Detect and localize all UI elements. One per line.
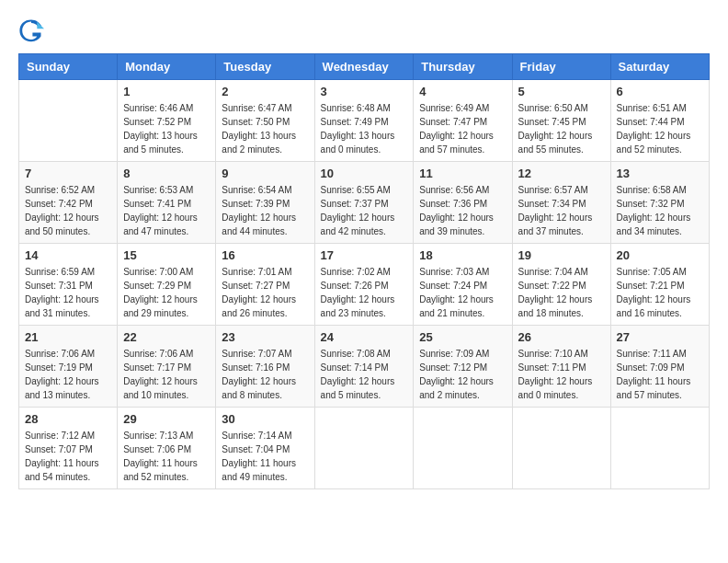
day-number: 22 <box>123 330 210 344</box>
day-info: Sunrise: 7:05 AM Sunset: 7:21 PM Dayligh… <box>617 265 703 320</box>
day-info: Sunrise: 6:49 AM Sunset: 7:47 PM Dayligh… <box>419 101 506 156</box>
day-number: 9 <box>222 167 308 180</box>
day-info: Sunrise: 7:01 AM Sunset: 7:27 PM Dayligh… <box>222 265 308 320</box>
calendar-cell: 19Sunrise: 7:04 AM Sunset: 7:22 PM Dayli… <box>512 244 610 326</box>
calendar-cell <box>314 408 414 489</box>
day-info: Sunrise: 6:59 AM Sunset: 7:31 PM Dayligh… <box>25 265 111 320</box>
day-number: 8 <box>123 167 210 180</box>
day-info: Sunrise: 7:12 AM Sunset: 7:07 PM Dayligh… <box>25 429 111 484</box>
day-info: Sunrise: 6:58 AM Sunset: 7:32 PM Dayligh… <box>617 183 703 238</box>
day-info: Sunrise: 7:09 AM Sunset: 7:12 PM Dayligh… <box>419 347 506 402</box>
day-info: Sunrise: 7:10 AM Sunset: 7:11 PM Dayligh… <box>518 347 605 402</box>
calendar-cell: 21Sunrise: 7:06 AM Sunset: 7:19 PM Dayli… <box>19 326 118 408</box>
day-info: Sunrise: 7:11 AM Sunset: 7:09 PM Dayligh… <box>617 347 703 402</box>
calendar-cell: 1Sunrise: 6:46 AM Sunset: 7:52 PM Daylig… <box>118 80 216 162</box>
calendar-cell: 26Sunrise: 7:10 AM Sunset: 7:11 PM Dayli… <box>512 326 610 408</box>
calendar-cell <box>19 80 118 162</box>
calendar-cell: 8Sunrise: 6:53 AM Sunset: 7:41 PM Daylig… <box>118 162 216 244</box>
page-header <box>18 18 710 44</box>
day-number: 4 <box>419 85 506 98</box>
calendar-cell: 14Sunrise: 6:59 AM Sunset: 7:31 PM Dayli… <box>19 244 118 326</box>
day-number: 2 <box>222 85 308 98</box>
day-number: 26 <box>518 330 605 344</box>
day-number: 1 <box>123 85 210 98</box>
calendar-cell: 29Sunrise: 7:13 AM Sunset: 7:06 PM Dayli… <box>118 408 216 489</box>
column-header-monday: Monday <box>118 54 216 80</box>
day-info: Sunrise: 7:03 AM Sunset: 7:24 PM Dayligh… <box>419 265 506 320</box>
calendar-cell: 12Sunrise: 6:57 AM Sunset: 7:34 PM Dayli… <box>512 162 610 244</box>
day-info: Sunrise: 6:56 AM Sunset: 7:36 PM Dayligh… <box>419 183 506 238</box>
calendar-table: SundayMondayTuesdayWednesdayThursdayFrid… <box>18 53 710 489</box>
calendar-cell: 7Sunrise: 6:52 AM Sunset: 7:42 PM Daylig… <box>19 162 118 244</box>
day-number: 6 <box>617 85 703 98</box>
day-info: Sunrise: 7:04 AM Sunset: 7:22 PM Dayligh… <box>518 265 605 320</box>
day-info: Sunrise: 7:13 AM Sunset: 7:06 PM Dayligh… <box>123 429 210 484</box>
calendar-cell: 2Sunrise: 6:47 AM Sunset: 7:50 PM Daylig… <box>216 80 314 162</box>
day-number: 10 <box>321 167 408 180</box>
calendar-cell: 5Sunrise: 6:50 AM Sunset: 7:45 PM Daylig… <box>512 80 610 162</box>
day-number: 28 <box>25 412 111 426</box>
logo-icon <box>18 18 44 44</box>
day-info: Sunrise: 7:06 AM Sunset: 7:17 PM Dayligh… <box>123 347 210 402</box>
day-info: Sunrise: 7:06 AM Sunset: 7:19 PM Dayligh… <box>25 347 111 402</box>
day-number: 11 <box>419 167 506 180</box>
day-info: Sunrise: 6:53 AM Sunset: 7:41 PM Dayligh… <box>123 183 210 238</box>
day-info: Sunrise: 6:52 AM Sunset: 7:42 PM Dayligh… <box>25 183 111 238</box>
day-number: 20 <box>617 248 703 262</box>
calendar-cell: 28Sunrise: 7:12 AM Sunset: 7:07 PM Dayli… <box>19 408 118 489</box>
day-info: Sunrise: 7:07 AM Sunset: 7:16 PM Dayligh… <box>222 347 308 402</box>
column-header-saturday: Saturday <box>610 54 709 80</box>
day-info: Sunrise: 6:46 AM Sunset: 7:52 PM Dayligh… <box>123 101 210 156</box>
day-info: Sunrise: 6:47 AM Sunset: 7:50 PM Dayligh… <box>222 101 308 156</box>
day-number: 23 <box>222 330 308 344</box>
calendar-week-row: 14Sunrise: 6:59 AM Sunset: 7:31 PM Dayli… <box>19 244 710 326</box>
calendar-cell: 11Sunrise: 6:56 AM Sunset: 7:36 PM Dayli… <box>414 162 512 244</box>
day-info: Sunrise: 7:00 AM Sunset: 7:29 PM Dayligh… <box>123 265 210 320</box>
calendar-cell: 18Sunrise: 7:03 AM Sunset: 7:24 PM Dayli… <box>414 244 512 326</box>
day-number: 14 <box>25 248 111 262</box>
calendar-cell: 3Sunrise: 6:48 AM Sunset: 7:49 PM Daylig… <box>314 80 414 162</box>
column-header-tuesday: Tuesday <box>216 54 314 80</box>
calendar-cell: 27Sunrise: 7:11 AM Sunset: 7:09 PM Dayli… <box>610 326 709 408</box>
calendar-cell: 9Sunrise: 6:54 AM Sunset: 7:39 PM Daylig… <box>216 162 314 244</box>
calendar-cell: 13Sunrise: 6:58 AM Sunset: 7:32 PM Dayli… <box>610 162 709 244</box>
day-number: 17 <box>321 248 408 262</box>
column-header-wednesday: Wednesday <box>314 54 414 80</box>
calendar-cell: 15Sunrise: 7:00 AM Sunset: 7:29 PM Dayli… <box>118 244 216 326</box>
day-info: Sunrise: 6:50 AM Sunset: 7:45 PM Dayligh… <box>518 101 605 156</box>
calendar-cell: 16Sunrise: 7:01 AM Sunset: 7:27 PM Dayli… <box>216 244 314 326</box>
day-info: Sunrise: 7:14 AM Sunset: 7:04 PM Dayligh… <box>222 429 308 484</box>
day-info: Sunrise: 6:48 AM Sunset: 7:49 PM Dayligh… <box>321 101 408 156</box>
day-number: 24 <box>321 330 408 344</box>
day-number: 30 <box>222 412 308 426</box>
day-info: Sunrise: 6:55 AM Sunset: 7:37 PM Dayligh… <box>321 183 408 238</box>
calendar-cell: 10Sunrise: 6:55 AM Sunset: 7:37 PM Dayli… <box>314 162 414 244</box>
calendar-cell: 22Sunrise: 7:06 AM Sunset: 7:17 PM Dayli… <box>118 326 216 408</box>
calendar-cell: 17Sunrise: 7:02 AM Sunset: 7:26 PM Dayli… <box>314 244 414 326</box>
calendar-cell: 30Sunrise: 7:14 AM Sunset: 7:04 PM Dayli… <box>216 408 314 489</box>
day-number: 27 <box>617 330 703 344</box>
calendar-cell: 20Sunrise: 7:05 AM Sunset: 7:21 PM Dayli… <box>610 244 709 326</box>
column-header-sunday: Sunday <box>19 54 118 80</box>
day-info: Sunrise: 7:02 AM Sunset: 7:26 PM Dayligh… <box>321 265 408 320</box>
day-number: 19 <box>518 248 605 262</box>
calendar-week-row: 28Sunrise: 7:12 AM Sunset: 7:07 PM Dayli… <box>19 408 710 489</box>
column-header-thursday: Thursday <box>414 54 512 80</box>
day-number: 25 <box>419 330 506 344</box>
calendar-cell: 23Sunrise: 7:07 AM Sunset: 7:16 PM Dayli… <box>216 326 314 408</box>
calendar-cell <box>610 408 709 489</box>
calendar-cell: 6Sunrise: 6:51 AM Sunset: 7:44 PM Daylig… <box>610 80 709 162</box>
logo <box>18 18 48 44</box>
day-info: Sunrise: 6:57 AM Sunset: 7:34 PM Dayligh… <box>518 183 605 238</box>
calendar-cell <box>512 408 610 489</box>
day-info: Sunrise: 7:08 AM Sunset: 7:14 PM Dayligh… <box>321 347 408 402</box>
day-number: 29 <box>123 412 210 426</box>
calendar-cell <box>414 408 512 489</box>
day-number: 13 <box>617 167 703 180</box>
calendar-week-row: 21Sunrise: 7:06 AM Sunset: 7:19 PM Dayli… <box>19 326 710 408</box>
calendar-cell: 4Sunrise: 6:49 AM Sunset: 7:47 PM Daylig… <box>414 80 512 162</box>
day-number: 16 <box>222 248 308 262</box>
calendar-header-row: SundayMondayTuesdayWednesdayThursdayFrid… <box>19 54 710 80</box>
day-number: 15 <box>123 248 210 262</box>
day-number: 5 <box>518 85 605 98</box>
